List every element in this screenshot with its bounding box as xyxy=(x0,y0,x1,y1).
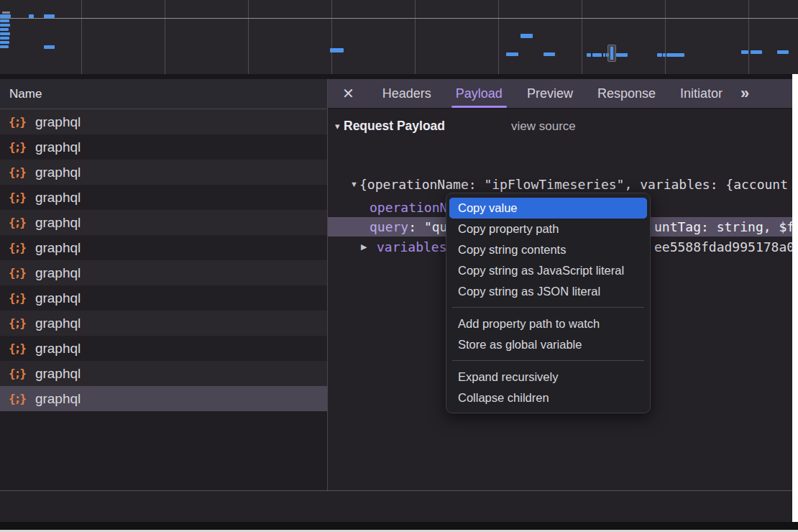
request-timeline-bar xyxy=(544,52,555,56)
request-timeline-bar xyxy=(0,45,9,48)
request-timeline-bar xyxy=(666,53,684,57)
tab-preview[interactable]: Preview xyxy=(515,79,585,108)
request-name: graphql xyxy=(35,366,81,382)
json-braces-icon: {;} xyxy=(9,216,25,229)
selected-request-marker xyxy=(607,45,616,62)
json-braces-icon: {;} xyxy=(9,191,25,204)
property-key: query xyxy=(370,219,408,234)
menu-item-collapse-children[interactable]: Collapse children xyxy=(449,387,647,408)
request-list-rows: {;}graphql{;}graphql{;}graphql{;}graphql… xyxy=(0,109,327,411)
request-row[interactable]: {;}graphql xyxy=(0,260,327,285)
request-row[interactable]: {;}graphql xyxy=(0,210,327,235)
request-timeline-bar xyxy=(0,14,11,18)
view-source-link[interactable]: view source xyxy=(511,119,576,134)
json-braces-icon: {;} xyxy=(9,266,25,280)
menu-item-copy-string-as-javascript-literal[interactable]: Copy string as JavaScript literal xyxy=(449,260,647,281)
menu-item-store-as-global-variable[interactable]: Store as global variable xyxy=(449,334,647,355)
detail-tabs: HeadersPayloadPreviewResponseInitiator xyxy=(370,79,735,108)
timeline-gridline xyxy=(415,0,416,74)
request-timeline-bar xyxy=(2,12,10,14)
tab-initiator[interactable]: Initiator xyxy=(668,79,735,108)
request-timeline-bar xyxy=(0,24,10,27)
menu-item-copy-string-contents[interactable]: Copy string contents xyxy=(449,239,647,260)
request-timeline-bar xyxy=(330,48,344,52)
request-row[interactable]: {;}graphql xyxy=(0,185,327,210)
right-page-edge xyxy=(792,74,798,522)
context-menu: Copy valueCopy property pathCopy string … xyxy=(446,193,651,413)
property-value-left-fragment: "qu xyxy=(424,219,448,234)
timeline-divider-line xyxy=(0,18,798,19)
request-row[interactable]: {;}graphql xyxy=(0,361,327,386)
request-timeline-bar xyxy=(616,53,628,57)
request-row[interactable]: {;}graphql xyxy=(0,336,327,361)
root-object-preview: {operationName: "ipFlowTimeseries", vari… xyxy=(359,175,788,194)
timeline-gridline xyxy=(582,0,582,74)
request-timeline-bar xyxy=(0,37,9,40)
timeline-gridline xyxy=(748,0,749,74)
request-timeline-bar xyxy=(520,34,533,38)
menu-item-copy-string-as-json-literal[interactable]: Copy string as JSON literal xyxy=(449,281,647,302)
json-braces-icon: {;} xyxy=(9,392,25,405)
payload-root-row[interactable]: ▼ {operationName: "ipFlowTimeseries", va… xyxy=(328,175,792,194)
network-overview-timeline[interactable] xyxy=(0,0,798,74)
request-name: graphql xyxy=(35,114,81,130)
request-name: graphql xyxy=(35,190,81,206)
request-name: graphql xyxy=(35,139,81,155)
request-row[interactable]: {;}graphql xyxy=(0,235,327,260)
tab-headers[interactable]: Headers xyxy=(370,79,444,108)
request-name: graphql xyxy=(35,215,81,231)
request-name: graphql xyxy=(35,341,81,357)
tab-response[interactable]: Response xyxy=(585,79,668,108)
section-title: Request Payload xyxy=(344,119,445,134)
timeline-gridline xyxy=(498,0,499,74)
request-name: graphql xyxy=(35,290,81,306)
request-row-selected[interactable]: {;}graphql xyxy=(0,386,327,411)
request-timeline-bar xyxy=(0,28,9,31)
timeline-gridline xyxy=(165,0,165,74)
request-row[interactable]: {;}graphql xyxy=(0,311,327,336)
overview-bottom-strip xyxy=(0,74,798,79)
devtools-network-panel: Name {;}graphql{;}graphql{;}graphql{;}gr… xyxy=(0,0,798,532)
request-timeline-bar xyxy=(741,50,748,54)
request-timeline-bar xyxy=(0,19,9,22)
request-timeline-bar xyxy=(663,53,666,57)
request-timeline-bar xyxy=(587,53,591,57)
request-timeline-bar xyxy=(777,50,789,54)
json-braces-icon: {;} xyxy=(9,316,25,330)
collapse-triangle-icon[interactable]: ▾ xyxy=(335,121,340,132)
request-row[interactable]: {;}graphql xyxy=(0,285,327,311)
menu-item-copy-property-path[interactable]: Copy property path xyxy=(449,219,647,239)
more-tabs-icon[interactable]: » xyxy=(740,84,748,103)
timeline-gridline xyxy=(665,0,666,74)
request-row[interactable]: {;}graphql xyxy=(0,160,327,185)
menu-separator xyxy=(452,307,644,308)
menu-item-expand-recursively[interactable]: Expand recursively xyxy=(449,367,647,387)
footer-area xyxy=(0,491,792,522)
request-row[interactable]: {;}graphql xyxy=(0,134,327,160)
property-key: variables xyxy=(377,239,447,254)
request-list-panel: Name {;}graphql{;}graphql{;}graphql{;}gr… xyxy=(0,79,327,490)
request-timeline-bar xyxy=(592,53,602,57)
request-timeline-bar xyxy=(29,14,34,18)
collapsed-triangle-icon[interactable]: ▶ xyxy=(361,237,367,257)
request-timeline-bar xyxy=(603,53,605,57)
name-column-header[interactable]: Name xyxy=(0,79,327,109)
menu-item-add-property-path-to-watch[interactable]: Add property path to watch xyxy=(449,313,647,334)
expanded-triangle-icon[interactable]: ▼ xyxy=(350,175,358,194)
request-name: graphql xyxy=(35,165,81,180)
close-icon[interactable]: ✕ xyxy=(342,85,354,102)
menu-item-copy-value[interactable]: Copy value xyxy=(449,198,647,219)
window-bottom-bar xyxy=(0,522,798,530)
request-name: graphql xyxy=(35,265,81,281)
request-payload-section: ▾ Request Payload view source xyxy=(328,119,792,137)
request-timeline-bar xyxy=(751,50,762,54)
json-braces-icon: {;} xyxy=(9,140,25,154)
request-timeline-bar xyxy=(44,14,55,18)
timeline-gridline xyxy=(248,0,249,74)
request-timeline-bar xyxy=(0,41,9,44)
request-row[interactable]: {;}graphql xyxy=(0,109,327,134)
timeline-gridline xyxy=(81,0,82,74)
request-timeline-bar xyxy=(506,52,518,56)
json-braces-icon: {;} xyxy=(9,165,25,179)
tab-payload[interactable]: Payload xyxy=(444,79,515,108)
